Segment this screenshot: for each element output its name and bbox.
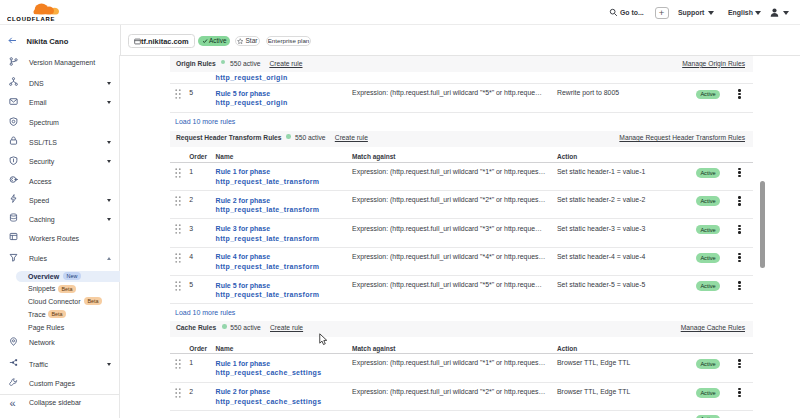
svg-text:CLOUDFLARE: CLOUDFLARE (7, 16, 55, 22)
